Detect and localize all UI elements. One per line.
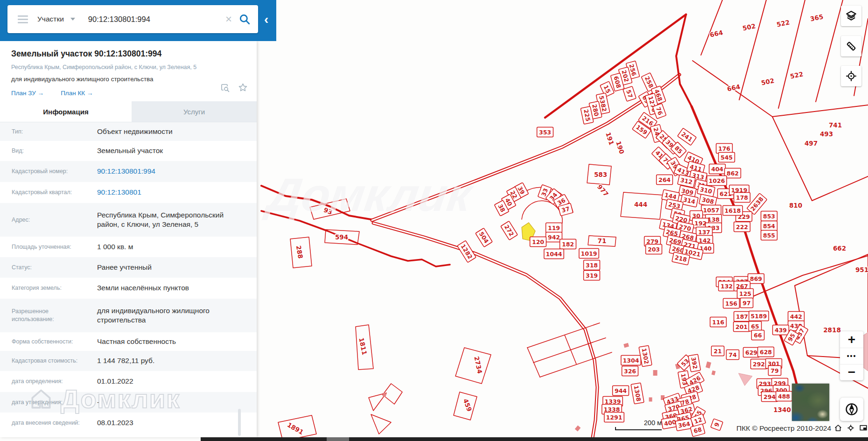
parcel-label[interactable]: 1308	[631, 383, 644, 404]
parcel-label[interactable]: 594	[335, 233, 348, 241]
parcel-label[interactable]: 1057	[701, 205, 721, 215]
parcel-label[interactable]: 326	[622, 366, 638, 376]
my-location-button[interactable]	[841, 66, 861, 86]
parcel-label[interactable]: 222	[734, 222, 750, 232]
parcel-label[interactable]: 442	[788, 312, 805, 322]
parcel-label[interactable]: 74	[726, 350, 739, 360]
parcel-label[interactable]: 392	[688, 354, 701, 372]
plan-kk-link[interactable]: План КК →	[61, 90, 93, 97]
home-icon[interactable]	[834, 424, 842, 432]
parcel-label[interactable]: 1618	[723, 206, 742, 216]
parcel-label[interactable]: 502	[761, 77, 775, 87]
parcel-label[interactable]: 176	[716, 144, 733, 154]
parcel-label[interactable]: 318	[584, 260, 600, 270]
parcel-label[interactable]: 203	[646, 245, 662, 254]
parcel-label[interactable]: 951	[855, 266, 868, 273]
parcel-label[interactable]: 439	[773, 325, 789, 335]
parcel-label[interactable]: 57	[623, 86, 636, 101]
parcel-label[interactable]: 190	[615, 140, 626, 155]
parcel-label[interactable]: 79	[768, 366, 781, 376]
panel-scrollbar[interactable]	[238, 409, 241, 436]
parcel-label[interactable]: 365	[810, 13, 824, 23]
parcel-label[interactable]: 241	[678, 128, 697, 145]
parcel-label[interactable]: 5189	[749, 311, 769, 321]
parcel-label[interactable]: 741	[829, 121, 842, 129]
parcel-label[interactable]: 66	[751, 330, 764, 340]
parcel-label[interactable]: 120	[530, 237, 546, 247]
parcel-label[interactable]: 288	[295, 245, 305, 259]
parcel-label[interactable]: 156	[723, 299, 740, 308]
layers-button[interactable]	[841, 6, 861, 26]
parcel-label[interactable]: 65	[749, 322, 761, 331]
parcel-label[interactable]: 264	[657, 175, 673, 185]
parcel-label[interactable]: 116	[710, 317, 727, 327]
parcel-label[interactable]: 1891	[286, 421, 305, 436]
measure-button[interactable]	[841, 36, 861, 56]
parcel-label[interactable]: 1019	[579, 249, 599, 259]
parcel-label[interactable]: 488	[776, 392, 792, 401]
parcel-label[interactable]: 629	[743, 348, 760, 357]
search-button[interactable]	[238, 13, 251, 25]
parcel-label[interactable]: 272	[501, 221, 518, 240]
parcel-label[interactable]: 493	[820, 130, 833, 138]
parcel-label[interactable]: 853	[761, 211, 777, 221]
parcel-label[interactable]: 2734	[473, 356, 483, 374]
row-value-link[interactable]: 90:12:130801	[97, 188, 257, 197]
parcel-label[interactable]: 545	[719, 153, 735, 162]
parcel-label[interactable]: 9	[711, 419, 723, 431]
parcel-label[interactable]: 132	[719, 281, 735, 291]
parcel-label[interactable]: 1304	[621, 356, 641, 365]
parcel-label[interactable]: 353	[537, 127, 553, 137]
clear-icon[interactable]: ×	[225, 14, 232, 25]
parcel-label[interactable]: 497	[805, 140, 818, 147]
parcel-label[interactable]: 459	[462, 398, 474, 413]
parcel-label[interactable]: 810	[789, 202, 802, 209]
parcel-label[interactable]: 855	[761, 231, 777, 240]
zoom-more-button[interactable]: •••	[840, 348, 863, 364]
parcel-label[interactable]: 1026	[707, 176, 727, 186]
parcel-label[interactable]: 191	[604, 131, 616, 146]
parcel-label[interactable]: 404	[709, 164, 726, 174]
parcel-label[interactable]: 504	[476, 228, 492, 247]
search-input[interactable]	[87, 14, 225, 24]
collapse-panel-chevron-icon[interactable]: ‹	[264, 13, 268, 26]
parcel-label[interactable]: 187	[734, 312, 750, 322]
parcel-label[interactable]: 628	[758, 347, 774, 357]
parcel-label[interactable]: 71	[598, 237, 607, 245]
parcel-label[interactable]: 944	[613, 386, 629, 396]
zoom-out-button[interactable]: −	[840, 364, 863, 380]
parcel-label[interactable]: 583	[594, 171, 607, 178]
parcel-label[interactable]: 97	[740, 298, 753, 308]
parcel-label[interactable]: 21	[711, 346, 724, 356]
parcel-label[interactable]: 662	[833, 245, 846, 252]
center-map-icon[interactable]	[847, 424, 855, 432]
parcel-label[interactable]: 664	[709, 28, 724, 39]
parcel-label[interactable]: 178	[734, 193, 750, 203]
tab-services[interactable]: Услуги	[132, 101, 257, 122]
parcel-label[interactable]: 854	[761, 221, 777, 231]
parcel-label[interactable]: 294	[762, 392, 778, 402]
menu-icon[interactable]	[18, 15, 28, 23]
scrollbar-thumb[interactable]	[327, 437, 349, 441]
parcel-label[interactable]: 125	[737, 289, 754, 299]
parcel-label[interactable]: 1044	[544, 249, 564, 259]
compass-button[interactable]	[840, 398, 863, 421]
parcel-label[interactable]: 502	[742, 22, 756, 32]
parcel-label[interactable]: 522	[776, 18, 791, 28]
parcel-label[interactable]: 1340	[773, 406, 791, 413]
zoom-in-button[interactable]: +	[840, 331, 863, 348]
plan-zu-link[interactable]: План ЗУ →	[11, 90, 44, 97]
parcel-label[interactable]: 977	[596, 183, 610, 198]
tab-information[interactable]: Информация	[0, 101, 132, 122]
parcel-label[interactable]: 1811	[357, 337, 368, 356]
parcel-label[interactable]: 319	[584, 271, 600, 280]
parcel-label[interactable]: 444	[634, 201, 647, 208]
favorite-star-icon[interactable]	[238, 82, 248, 93]
parcel-label[interactable]: 664	[727, 83, 741, 93]
horizontal-scrollbar[interactable]	[201, 437, 868, 441]
chevron-down-icon[interactable]	[70, 18, 75, 21]
satellite-minimap[interactable]	[792, 384, 829, 421]
parcel-label[interactable]: 182	[560, 239, 576, 249]
parcel-label[interactable]: 522	[790, 70, 804, 80]
parcel-label[interactable]: 2818	[823, 326, 841, 334]
